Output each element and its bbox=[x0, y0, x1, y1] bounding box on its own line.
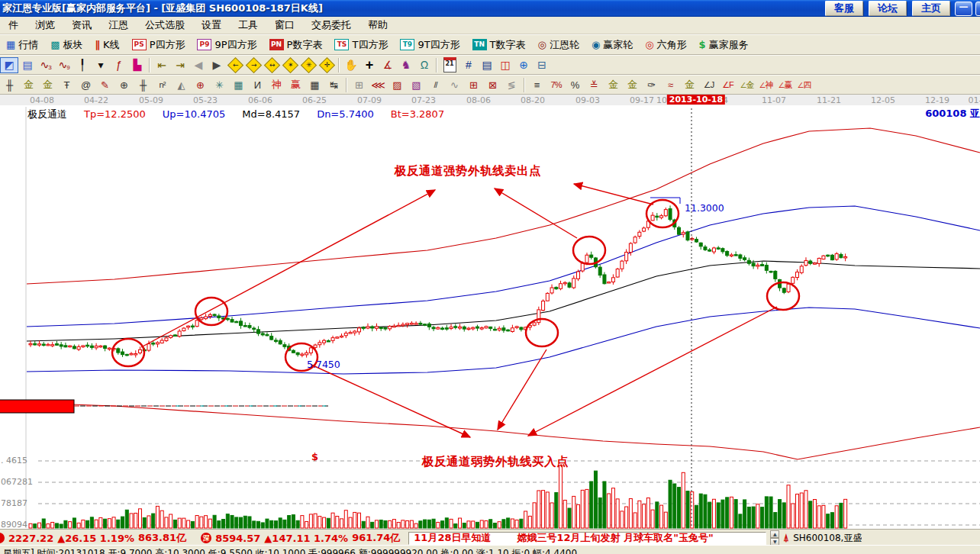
toolbar-9p-square[interactable]: P99P四方形 bbox=[191, 37, 263, 53]
zoom-cross-icon[interactable]: ✛ bbox=[318, 56, 336, 74]
toolbar-kline[interactable]: ∥K线 bbox=[89, 37, 126, 53]
save-icon[interactable]: ◫ bbox=[496, 57, 514, 73]
menu-item-公式选股[interactable]: 公式选股 bbox=[137, 17, 193, 34]
kline-chart[interactable]: . 46150672817818789094极反通道强势外轨线卖出点极反通道弱势… bbox=[0, 105, 980, 529]
last-bar-icon[interactable]: ⇥ bbox=[171, 57, 189, 73]
hand-icon[interactable]: ✋ bbox=[342, 57, 360, 73]
date-tick-11-07[interactable]: 11-07 bbox=[762, 95, 786, 105]
draw-tool-icon-13[interactable]: И bbox=[248, 77, 267, 92]
draw-tool-icon-17[interactable]: ↹ bbox=[324, 77, 343, 92]
menu-item-帮助[interactable]: 帮助 bbox=[359, 17, 396, 34]
toolbar-hexagon[interactable]: ◎六角形 bbox=[639, 37, 692, 53]
next-bar-icon[interactable]: ▶ bbox=[208, 57, 226, 73]
remote-pc-icon[interactable]: ⊟ bbox=[533, 57, 551, 73]
date-tick-01-0[interactable]: 01-0 bbox=[969, 95, 980, 105]
draw-tool-icon-16[interactable]: ▦ bbox=[305, 77, 324, 92]
draw-tool-icon-4[interactable]: @ bbox=[76, 77, 95, 92]
toolbar-market-quote[interactable]: ▦行情 bbox=[0, 37, 44, 53]
date-tick-08-06[interactable]: 08-06 bbox=[466, 95, 491, 105]
draw-tool-icon-6[interactable]: ⊕ bbox=[114, 77, 134, 92]
toolbar-t-square[interactable]: TST四方形 bbox=[328, 37, 394, 53]
compress-icon[interactable]: ✶ bbox=[281, 56, 299, 74]
draw-tool-icon-33[interactable]: 金 bbox=[604, 77, 623, 92]
toolbar-winner-wheel[interactable]: ◉赢家轮 bbox=[585, 37, 639, 53]
draw-tool-icon-37[interactable]: 金 bbox=[680, 77, 699, 92]
titlebar-button-主页[interactable]: 主页 bbox=[912, 1, 950, 16]
menu-item-工具[interactable]: 工具 bbox=[230, 17, 266, 34]
date-tick-06-25[interactable]: 06-25 bbox=[302, 95, 327, 105]
draw-tool-icon-40[interactable]: ∠金 bbox=[737, 77, 756, 92]
wave-3-icon[interactable]: ∿3 bbox=[37, 57, 55, 73]
draw-tool-icon-0[interactable]: ╫ bbox=[0, 77, 19, 92]
draw-tool-icon-10[interactable]: ⊕ bbox=[191, 77, 210, 92]
date-tick-11-21[interactable]: 11-21 bbox=[817, 95, 841, 105]
draw-tool-icon-23[interactable]: // bbox=[426, 77, 445, 92]
draw-tool-icon-7[interactable]: ╫ bbox=[134, 77, 153, 92]
candle-dropdown-icon[interactable]: ▾ bbox=[92, 57, 110, 73]
news-body[interactable]: 嫦娥三号12月上旬发射 月球车取名"玉兔号" bbox=[517, 532, 714, 545]
draw-tool-icon-1[interactable]: 金 bbox=[19, 77, 38, 92]
brain-icon[interactable]: Ω bbox=[415, 57, 434, 73]
draw-tool-icon-31[interactable]: % bbox=[566, 77, 585, 92]
titlebar-button-客服[interactable]: 客服 bbox=[825, 1, 863, 16]
draw-tool-icon-8[interactable]: n² bbox=[153, 77, 172, 92]
draw-tool-icon-34[interactable]: 金 bbox=[623, 77, 642, 92]
draw-tool-icon-35[interactable]: ✑ bbox=[642, 77, 661, 92]
date-tick-05-23[interactable]: 05-23 bbox=[193, 95, 218, 105]
toolbar-p-square[interactable]: PSP四方形 bbox=[126, 37, 192, 53]
draw-tool-icon-9[interactable]: ◭ bbox=[172, 77, 191, 92]
prev-bar-icon[interactable]: ◀ bbox=[189, 57, 208, 73]
menu-item-资讯[interactable]: 资讯 bbox=[63, 17, 100, 34]
candle-type-icon[interactable]: ╿ bbox=[73, 57, 92, 73]
news-headline[interactable]: 11月28日早知道 bbox=[414, 532, 491, 545]
titlebar-button-论坛[interactable]: 论坛 bbox=[869, 1, 907, 16]
date-tick-12-05[interactable]: 12-05 bbox=[871, 95, 895, 105]
date-tick-selected[interactable]: 2013-10-18 bbox=[667, 95, 725, 105]
draw-tool-icon-14[interactable]: 神 bbox=[267, 77, 286, 92]
histogram-icon[interactable]: ▙ bbox=[128, 57, 147, 73]
toolbar-t-table[interactable]: TNT数字表 bbox=[466, 37, 532, 53]
symbol-label[interactable]: 600108 亚 bbox=[925, 107, 980, 121]
date-tick-05-09[interactable]: 05-09 bbox=[139, 95, 163, 105]
menu-item-设置[interactable]: 设置 bbox=[193, 17, 230, 34]
date-tick-04-22[interactable]: 04-22 bbox=[84, 95, 108, 105]
draw-tool-icon-26[interactable]: ⊠ bbox=[483, 77, 502, 92]
gann-shape-icon[interactable]: ♞ bbox=[397, 57, 415, 73]
date-tick-06-06[interactable]: 06-06 bbox=[248, 95, 272, 105]
shift-left-icon[interactable]: ← bbox=[226, 56, 244, 74]
draw-tool-icon-19[interactable]: ⊞ bbox=[350, 77, 369, 92]
draw-tool-icon-3[interactable]: Ŧ bbox=[57, 77, 76, 92]
draw-tool-icon-32[interactable]: ≚ bbox=[585, 77, 604, 92]
draw-tool-icon-12[interactable]: ▦ bbox=[229, 77, 248, 92]
toolbar-gann-wheel[interactable]: ◎江恩轮 bbox=[532, 37, 585, 53]
draw-tool-icon-39[interactable]: ∠F bbox=[718, 77, 737, 92]
draw-tool-icon-5[interactable]: ✎ bbox=[95, 77, 114, 92]
minimize-button[interactable]: — bbox=[955, 2, 972, 16]
wave-9-icon[interactable]: ∿9 bbox=[55, 57, 73, 73]
alert-marker-box[interactable] bbox=[0, 400, 74, 413]
draw-tool-icon-11[interactable]: ✳ bbox=[210, 77, 229, 92]
shift-right-icon[interactable]: → bbox=[244, 56, 263, 74]
toolbar-sector[interactable]: ▩板块 bbox=[44, 37, 89, 53]
menu-item-窗口[interactable]: 窗口 bbox=[266, 17, 303, 34]
calculator-icon[interactable]: # bbox=[459, 57, 478, 73]
draw-tool-icon-2[interactable]: 金 bbox=[38, 77, 57, 92]
draw-tool-icon-27[interactable]: ≶ bbox=[502, 77, 521, 92]
draw-tool-icon-41[interactable]: ∠神 bbox=[756, 77, 775, 92]
draw-tool-icon-36[interactable]: ≈ bbox=[661, 77, 680, 92]
draw-tool-icon-15[interactable]: 赢 bbox=[286, 77, 305, 92]
toolbar-9t-square[interactable]: T99T四方形 bbox=[394, 37, 466, 53]
date-tick-09-03[interactable]: 09-03 bbox=[575, 95, 600, 105]
date-tick-07-09[interactable]: 07-09 bbox=[357, 95, 382, 105]
menu-item-江恩[interactable]: 江恩 bbox=[100, 17, 137, 34]
date-tick-09-17[interactable]: 09-17 bbox=[630, 95, 654, 105]
expand-h-icon[interactable]: ↔ bbox=[263, 56, 281, 74]
chart-area[interactable]: . 46150672817818789094极反通道强势外轨线卖出点极反通道弱势… bbox=[0, 105, 980, 529]
draw-tool-icon-43[interactable]: ∠四 bbox=[795, 77, 814, 92]
toolbar-p-table[interactable]: PNP数字表 bbox=[263, 37, 329, 53]
draw-tool-icon-30[interactable]: 7% bbox=[546, 77, 566, 92]
calendar-icon[interactable]: 21 bbox=[440, 56, 459, 74]
network-icon[interactable]: ⊕ bbox=[514, 57, 533, 73]
draw-tool-icon-24[interactable]: ∿ bbox=[445, 77, 464, 92]
draw-tool-icon-25[interactable]: ⊞ bbox=[464, 77, 483, 92]
